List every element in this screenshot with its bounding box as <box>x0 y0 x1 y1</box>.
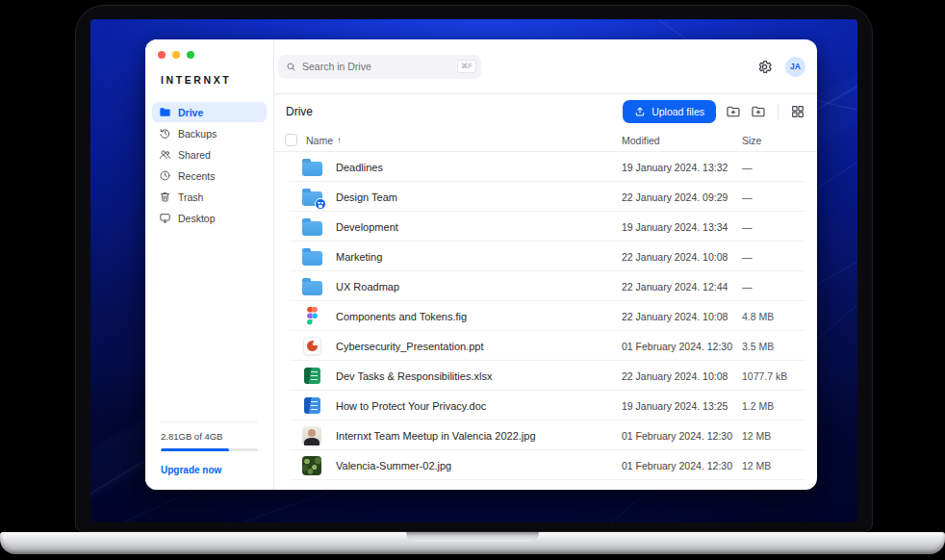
storage-progress-fill <box>161 448 229 452</box>
main-content: Search in Drive ⌘F JA Drive <box>274 39 817 490</box>
zoom-window-button[interactable] <box>187 51 194 59</box>
file-modified: 19 January 2024. 13:34 <box>622 221 742 233</box>
sidebar-item-label: Drive <box>178 107 203 118</box>
file-name: How to Protect Your Privacy.doc <box>336 400 622 412</box>
window-controls <box>158 51 194 59</box>
column-header-name[interactable]: Name ↑ <box>306 135 622 146</box>
people-icon <box>159 148 171 161</box>
file-modified: 19 January 2024. 13:32 <box>622 162 742 173</box>
search-icon <box>286 62 296 72</box>
file-size: — <box>742 191 817 203</box>
name-column-label: Name <box>306 135 333 146</box>
file-row[interactable]: Cybersecurity_Presentation.ppt 01 Februa… <box>274 331 817 361</box>
folder-icon <box>300 156 323 179</box>
file-modified: 01 February 2024. 12:30 <box>622 460 742 471</box>
create-folder-icon[interactable] <box>751 104 766 119</box>
sidebar-item-label: Desktop <box>178 213 216 224</box>
file-row[interactable]: Dev Tasks & Responsibilities.xlsx 22 Jan… <box>274 361 817 391</box>
file-modified: 22 January 2024. 10:08 <box>622 251 742 263</box>
folder-icon <box>300 245 323 268</box>
sidebar-item-shared[interactable]: Shared <box>152 144 267 165</box>
file-modified: 01 February 2024. 12:30 <box>622 341 742 352</box>
file-row[interactable]: Marketing 22 January 2024. 10:08 — <box>274 242 817 271</box>
file-row[interactable]: Development 19 January 2024. 13:34 — <box>274 212 817 242</box>
file-row[interactable]: Internxt Team Meetup in Valencia 2022.jp… <box>274 420 817 450</box>
file-modified: 01 February 2024. 12:30 <box>622 430 742 442</box>
sidebar-item-label: Shared <box>178 149 211 161</box>
photo-leaves-icon <box>300 454 323 477</box>
breadcrumb: Drive <box>286 105 313 118</box>
topbar: Search in Drive ⌘F JA <box>274 39 817 94</box>
laptop-screen-bezel: INTERNXT Drive Backups <box>75 5 873 532</box>
file-list: Deadlines 19 January 2024. 13:32 — Desig… <box>274 152 817 490</box>
minimize-window-button[interactable] <box>172 51 180 59</box>
shared-badge-icon <box>315 198 326 210</box>
folder-shared-icon <box>300 186 323 209</box>
file-size: 4.8 MB <box>742 311 817 322</box>
folder-icon <box>300 216 323 239</box>
file-size: 12 MB <box>742 430 817 442</box>
file-size: 12 MB <box>742 460 817 471</box>
upgrade-link[interactable]: Upgrade now <box>161 465 221 475</box>
file-row[interactable]: Components and Tokens.fig 22 January 202… <box>274 301 817 331</box>
sidebar-item-backups[interactable]: Backups <box>152 123 267 143</box>
sidebar-nav: Drive Backups Shared <box>152 102 267 228</box>
sidebar: INTERNXT Drive Backups <box>145 39 274 490</box>
select-all-checkbox[interactable] <box>285 134 297 146</box>
settings-gear-icon[interactable] <box>756 59 773 75</box>
file-row[interactable]: UX Roadmap 22 January 2024. 12:44 — <box>274 271 817 301</box>
upload-icon <box>634 106 646 117</box>
file-row[interactable]: Valencia-Summer-02.jpg 01 February 2024.… <box>274 450 817 480</box>
sort-arrow-icon: ↑ <box>337 135 342 145</box>
upload-files-label: Upload files <box>651 106 704 117</box>
search-input[interactable]: Search in Drive ⌘F <box>278 55 481 79</box>
grid-view-icon[interactable] <box>790 104 805 119</box>
sidebar-item-label: Trash <box>178 191 203 203</box>
file-name: Components and Tokens.fig <box>336 311 622 322</box>
upload-files-button[interactable]: Upload files <box>623 100 716 123</box>
folder-icon <box>300 275 323 298</box>
storage-usage-text: 2.81GB of 4GB <box>161 431 258 442</box>
desktop-wallpaper: INTERNXT Drive Backups <box>90 19 857 522</box>
file-name: Cybersecurity_Presentation.ppt <box>336 341 622 352</box>
sidebar-item-trash[interactable]: Trash <box>152 187 267 207</box>
sidebar-item-recents[interactable]: Recents <box>152 165 267 186</box>
sidebar-item-drive[interactable]: Drive <box>152 102 267 122</box>
clock-icon <box>159 169 171 182</box>
file-row[interactable]: Deadlines 19 January 2024. 13:32 — <box>274 152 817 182</box>
search-placeholder: Search in Drive <box>302 61 371 72</box>
file-name: Dev Tasks & Responsibilities.xlsx <box>336 370 622 382</box>
avatar[interactable]: JA <box>785 57 805 77</box>
close-window-button[interactable] <box>158 51 166 59</box>
sidebar-item-desktop[interactable]: Desktop <box>152 208 267 228</box>
monitor-icon <box>159 212 171 224</box>
upload-folder-icon[interactable] <box>726 104 741 119</box>
file-size: 1.2 MB <box>742 400 817 412</box>
file-modified: 22 January 2024. 12:44 <box>622 281 742 293</box>
file-size: — <box>742 221 817 233</box>
sidebar-item-label: Recents <box>178 170 216 182</box>
file-modified: 22 January 2024. 09:29 <box>622 191 742 203</box>
column-header-size[interactable]: Size <box>742 135 817 146</box>
file-size: — <box>742 251 817 263</box>
file-row[interactable]: How to Protect Your Privacy.doc 19 Janua… <box>274 391 817 420</box>
column-header-modified[interactable]: Modified <box>622 135 742 146</box>
internxt-logo: INTERNXT <box>161 74 273 86</box>
file-size: 3.5 MB <box>742 341 817 352</box>
trash-icon <box>159 191 171 203</box>
file-size: — <box>742 281 817 293</box>
file-name: Valencia-Summer-02.jpg <box>336 460 622 471</box>
backup-clock-icon <box>159 127 171 140</box>
file-name: Design Team <box>336 191 622 203</box>
file-size: — <box>742 162 817 173</box>
file-name: Marketing <box>336 251 622 263</box>
file-name: Internxt Team Meetup in Valencia 2022.jp… <box>336 430 622 442</box>
file-modified: 22 January 2024. 10:08 <box>622 370 742 382</box>
ppt-icon <box>300 335 323 358</box>
file-modified: 22 January 2024. 10:08 <box>622 311 742 322</box>
actionbar: Drive Upload files <box>274 94 817 129</box>
topbar-right: JA <box>756 57 805 77</box>
storage-progress-bar <box>161 448 258 452</box>
file-row[interactable]: Design Team 22 January 2024. 09:29 — <box>274 182 817 212</box>
laptop-mockup: INTERNXT Drive Backups <box>0 0 945 560</box>
